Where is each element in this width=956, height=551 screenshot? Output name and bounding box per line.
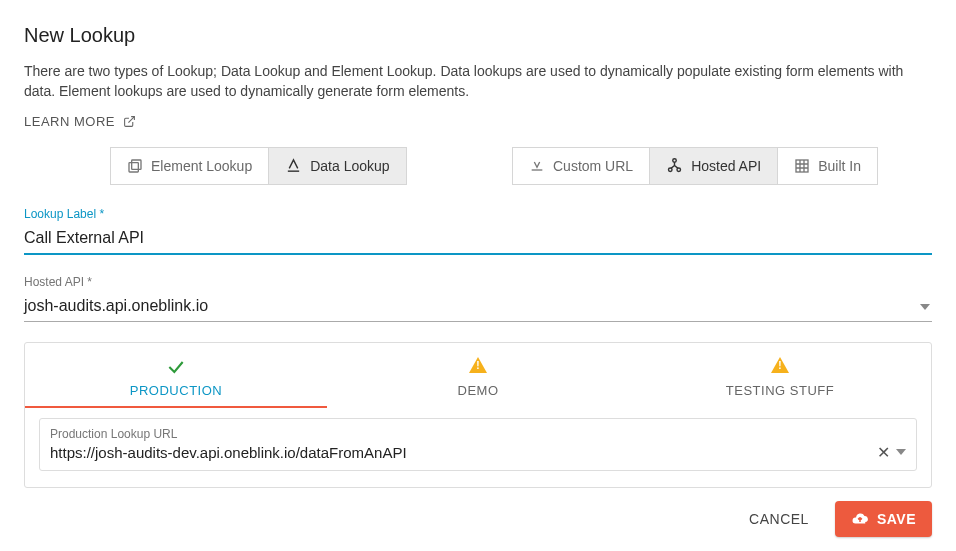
data-lookup-button[interactable]: Data Lookup bbox=[268, 147, 406, 185]
svg-line-0 bbox=[128, 116, 134, 122]
hosted-api-label: Hosted API bbox=[691, 158, 761, 174]
hosted-api-icon bbox=[666, 157, 683, 174]
environment-tabs: PRODUCTION DEMO TESTING STUFF bbox=[25, 343, 931, 408]
cloud-upload-icon bbox=[851, 510, 869, 528]
external-link-icon bbox=[123, 115, 136, 128]
built-in-button[interactable]: Built In bbox=[777, 147, 878, 185]
custom-url-icon bbox=[529, 158, 545, 174]
data-lookup-label: Data Lookup bbox=[310, 158, 389, 174]
page-title: New Lookup bbox=[24, 24, 932, 47]
data-lookup-icon bbox=[285, 157, 302, 174]
element-lookup-icon bbox=[127, 158, 143, 174]
lookup-url-input[interactable] bbox=[50, 444, 871, 461]
dialog-footer: CANCEL SAVE bbox=[739, 501, 932, 537]
toggle-row: Element Lookup Data Lookup Custom URL Ho… bbox=[24, 147, 932, 185]
custom-url-button[interactable]: Custom URL bbox=[512, 147, 650, 185]
built-in-icon bbox=[794, 158, 810, 174]
save-label: SAVE bbox=[877, 511, 916, 527]
learn-more-label: LEARN MORE bbox=[24, 114, 115, 129]
source-toggle: Custom URL Hosted API Built In bbox=[512, 147, 878, 185]
svg-rect-6 bbox=[796, 160, 808, 172]
page-description: There are two types of Lookup; Data Look… bbox=[24, 61, 932, 102]
check-icon bbox=[165, 357, 187, 377]
svg-rect-1 bbox=[132, 160, 141, 169]
built-in-label: Built In bbox=[818, 158, 861, 174]
tab-testing[interactable]: TESTING STUFF bbox=[629, 343, 931, 408]
element-lookup-button[interactable]: Element Lookup bbox=[110, 147, 269, 185]
svg-rect-2 bbox=[129, 162, 138, 171]
tab-testing-label: TESTING STUFF bbox=[629, 383, 931, 398]
custom-url-label: Custom URL bbox=[553, 158, 633, 174]
learn-more-link[interactable]: LEARN MORE bbox=[24, 114, 136, 129]
tab-production[interactable]: PRODUCTION bbox=[25, 343, 327, 408]
environment-card: PRODUCTION DEMO TESTING STUFF Production… bbox=[24, 342, 932, 488]
lookup-type-toggle: Element Lookup Data Lookup bbox=[110, 147, 407, 185]
lookup-url-box: Production Lookup URL ✕ bbox=[39, 418, 917, 471]
warning-icon bbox=[469, 357, 487, 373]
chevron-down-icon[interactable] bbox=[896, 449, 906, 455]
lookup-label-title: Lookup Label * bbox=[24, 207, 932, 221]
clear-icon[interactable]: ✕ bbox=[877, 443, 890, 462]
lookup-label-field: Lookup Label * bbox=[24, 207, 932, 255]
lookup-url-label: Production Lookup URL bbox=[50, 427, 906, 441]
svg-point-3 bbox=[673, 159, 677, 163]
cancel-button[interactable]: CANCEL bbox=[739, 503, 819, 535]
hosted-api-field: Hosted API * josh-audits.api.oneblink.io bbox=[24, 275, 932, 322]
save-button[interactable]: SAVE bbox=[835, 501, 932, 537]
element-lookup-label: Element Lookup bbox=[151, 158, 252, 174]
hosted-api-button[interactable]: Hosted API bbox=[649, 147, 778, 185]
lookup-label-input[interactable] bbox=[24, 225, 932, 255]
hosted-api-select[interactable]: josh-audits.api.oneblink.io bbox=[24, 293, 932, 322]
tab-demo[interactable]: DEMO bbox=[327, 343, 629, 408]
tab-production-label: PRODUCTION bbox=[25, 383, 327, 398]
warning-icon bbox=[771, 357, 789, 373]
tab-demo-label: DEMO bbox=[327, 383, 629, 398]
hosted-api-value: josh-audits.api.oneblink.io bbox=[24, 297, 932, 315]
hosted-api-title: Hosted API * bbox=[24, 275, 932, 289]
